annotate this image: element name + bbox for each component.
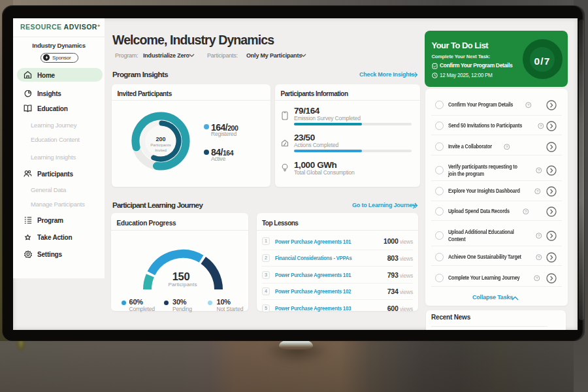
svg-text:?: ?: [525, 209, 527, 214]
svg-text:?: ?: [536, 189, 539, 193]
svg-text:?: ?: [540, 123, 542, 128]
svg-text:?: ?: [538, 233, 540, 238]
svg-text:?: ?: [527, 103, 530, 107]
svg-text:?: ?: [538, 255, 540, 259]
svg-text:?: ?: [538, 168, 540, 172]
svg-text:?: ?: [506, 144, 508, 149]
svg-text:?: ?: [536, 276, 538, 280]
